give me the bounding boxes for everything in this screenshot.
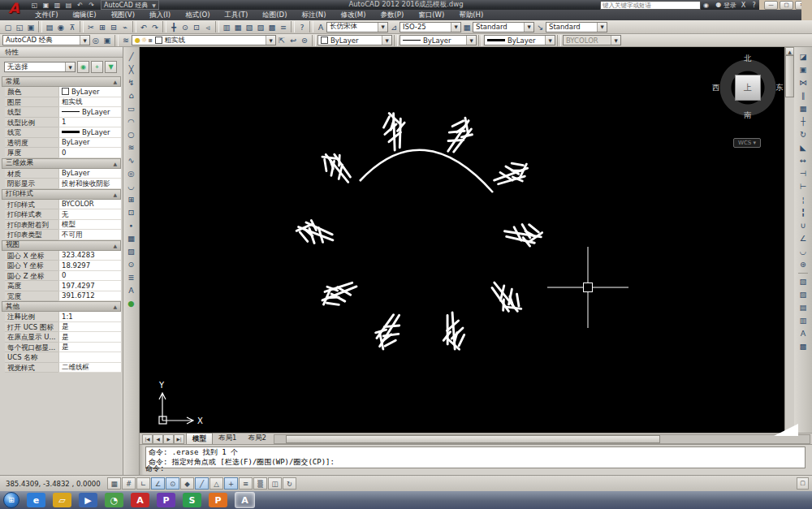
mirror-icon[interactable]: ⋈ <box>797 76 810 88</box>
preview-icon[interactable]: ◉ <box>55 21 67 32</box>
start-button[interactable]: ⊞ <box>3 492 19 508</box>
osnap-toggle[interactable]: ⊙ <box>166 477 179 490</box>
pan-icon[interactable]: ╋ <box>168 21 179 32</box>
layer-previous-icon[interactable]: ↩ <box>287 35 299 46</box>
command-prompt[interactable]: 命令: <box>145 464 164 474</box>
designcenter-icon[interactable]: ▦ <box>232 21 244 32</box>
spline-icon[interactable]: ∿ <box>125 154 137 166</box>
property-value[interactable]: 投射和接收阴影 <box>58 179 121 189</box>
viewcube-south-label[interactable]: 南 <box>744 110 752 121</box>
layer-properties-manager-icon[interactable]: ≋ <box>120 35 132 46</box>
redo-icon[interactable]: ↷ <box>149 21 161 32</box>
workspace-switcher-dropdown[interactable]: AutoCAD 经典 ▼ <box>101 0 159 10</box>
grass-block[interactable] <box>484 278 527 319</box>
help-icon[interactable]: ? <box>749 1 759 9</box>
taskbar-acrobat[interactable]: A <box>131 493 149 507</box>
send-to-back-icon[interactable]: ▨ <box>797 288 810 300</box>
scale-icon[interactable]: ◣ <box>797 141 810 153</box>
array-icon[interactable]: ▦ <box>797 102 810 114</box>
make-object-layer-current-icon[interactable]: ⇱ <box>276 35 287 46</box>
construction-line-icon[interactable]: ╳ <box>125 63 137 75</box>
tab-nav-button[interactable]: ▶| <box>174 434 184 444</box>
fillet-icon[interactable]: ◡ <box>797 245 810 257</box>
qat-undo-icon[interactable]: ↶ <box>75 1 85 9</box>
property-value[interactable] <box>58 352 121 363</box>
snap-toggle[interactable]: ▦ <box>107 477 121 490</box>
property-value[interactable]: 0 <box>58 271 121 282</box>
copy-icon[interactable]: ▣ <box>797 63 810 75</box>
tab-model[interactable]: 模型 <box>186 433 213 444</box>
selectioncycling-toggle[interactable]: ↻ <box>283 477 296 490</box>
grass-block[interactable] <box>371 310 404 352</box>
menu-draw[interactable]: 绘图(D) <box>255 10 294 20</box>
wcs-dropdown[interactable]: WCS ▾ <box>733 138 761 148</box>
infocenter-search-input[interactable] <box>600 1 701 10</box>
open-icon[interactable]: ◱ <box>14 21 25 32</box>
layer-states-icon[interactable]: ⊜ <box>299 35 310 46</box>
minimize-button[interactable]: — <box>764 1 778 10</box>
menu-insert[interactable]: 插入(I) <box>142 10 178 20</box>
join-icon[interactable]: ∪ <box>797 219 810 231</box>
palette-section-header[interactable]: 视图▲ <box>2 240 121 251</box>
viewcube[interactable]: 北 南 西 东 上 WCS ▾ <box>717 57 779 119</box>
signin-button[interactable]: ⚉ 登录 <box>713 1 736 10</box>
scroll-up-arrow[interactable]: ▲ <box>785 47 794 55</box>
property-value[interactable]: ByLayer <box>58 127 121 138</box>
bring-above-icon[interactable]: ▤ <box>797 301 810 313</box>
dyn-toggle[interactable]: + <box>224 477 238 490</box>
viewcube-north-label[interactable]: 北 <box>744 54 752 64</box>
ortho-toggle[interactable]: ∟ <box>136 477 150 490</box>
grass-block[interactable] <box>491 156 533 193</box>
offset-icon[interactable]: ∥ <box>797 89 810 101</box>
cut-icon[interactable]: ✂ <box>85 21 97 32</box>
menu-window[interactable]: 窗口(W) <box>411 10 451 20</box>
vertical-scrollbar[interactable]: ▲ <box>784 47 794 433</box>
selection-dropdown[interactable]: 无选择▼ <box>4 62 76 72</box>
menu-file[interactable]: 文件(F) <box>28 10 66 20</box>
tab-nav-button[interactable]: ◀ <box>153 434 163 444</box>
taskbar-powerpoint[interactable]: P <box>209 493 227 507</box>
text-style-dropdown[interactable]: 长仿宋体▼ <box>326 22 388 32</box>
property-value[interactable]: 197.4297 <box>58 281 121 291</box>
grid-toggle[interactable]: # <box>122 477 136 490</box>
property-value[interactable]: 18.9297 <box>58 261 121 271</box>
ducs-toggle[interactable]: △ <box>209 477 223 490</box>
command-window[interactable]: 命令: .erase 找到 1 个命令: 指定对角点或 [栏选(F)/圈围(WP… <box>140 444 812 475</box>
otrack-toggle[interactable]: ╱ <box>195 477 209 490</box>
menu-dimension[interactable]: 标注(N) <box>294 10 333 20</box>
zoom-previous-icon[interactable]: ◃ <box>202 21 214 32</box>
lwt-toggle[interactable]: ≡ <box>239 477 253 490</box>
taskbar-autocad-running[interactable]: A <box>235 492 255 508</box>
property-value[interactable]: 1 <box>58 118 121 128</box>
grass-block[interactable] <box>437 311 469 353</box>
properties-palette-title[interactable]: 特性 <box>0 47 123 58</box>
grass-block[interactable] <box>317 273 360 313</box>
mtext-icon[interactable]: A <box>125 284 137 296</box>
hatch-icon[interactable]: ▦ <box>125 232 137 244</box>
hscrollbar-thumb[interactable] <box>286 435 660 443</box>
insert-block-icon[interactable]: ⊞ <box>125 193 137 205</box>
palette-section-header[interactable]: 打印样式▲ <box>2 189 121 200</box>
viewcube-east-label[interactable]: 东 <box>775 83 784 93</box>
coordinates-readout[interactable]: 385.4309, -3.4832 , 0.0000 <box>6 480 107 488</box>
grass-block[interactable] <box>317 148 358 187</box>
maximize-button[interactable]: ▢ <box>780 1 793 10</box>
select-objects-button[interactable]: ⌖ <box>91 61 103 73</box>
autocad-logo-icon[interactable]: A <box>2 0 26 17</box>
workspace-settings-icon[interactable]: ◎ <box>90 35 102 46</box>
break-at-point-icon[interactable]: ¦ <box>797 193 810 205</box>
scrollbar-thumb[interactable] <box>785 55 794 97</box>
toolpalettes-icon[interactable]: ▧ <box>244 21 255 32</box>
tab-layout2[interactable]: 布局2 <box>242 433 271 443</box>
plot-icon[interactable]: ▤ <box>44 21 55 32</box>
exchange-apps-icon[interactable]: X <box>738 1 749 9</box>
explode-icon[interactable]: ⊛ <box>797 258 810 270</box>
properties-icon[interactable]: ▥ <box>221 21 232 32</box>
mleader-style-dropdown[interactable]: Standard▼ <box>546 22 607 32</box>
copy-icon[interactable]: ⊞ <box>97 21 108 32</box>
qnew-icon[interactable]: ▢ <box>2 21 14 32</box>
menu-edit[interactable]: 编辑(E) <box>66 10 104 20</box>
hatch-to-back-icon[interactable]: ▩ <box>797 340 810 352</box>
qat-redo-icon[interactable]: ↷ <box>86 1 97 9</box>
grass-block[interactable] <box>443 114 477 157</box>
